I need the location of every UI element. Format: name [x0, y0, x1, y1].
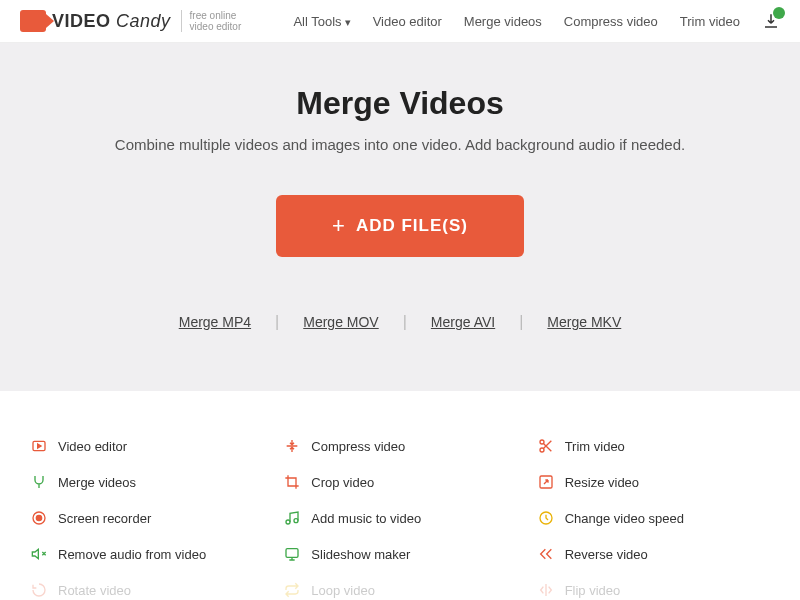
- nav-compress-video[interactable]: Compress video: [564, 14, 658, 29]
- music-icon: [283, 509, 301, 527]
- merge-format-links: Merge MP4| Merge MOV| Merge AVI| Merge M…: [20, 313, 780, 331]
- nav-trim-video[interactable]: Trim video: [680, 14, 740, 29]
- mute-icon: [30, 545, 48, 563]
- add-files-button[interactable]: +ADD FILE(S): [276, 195, 524, 257]
- logo-text: VIDEO Candy: [52, 11, 171, 32]
- tool-slideshow[interactable]: Slideshow maker: [283, 539, 516, 569]
- reverse-icon: [537, 545, 555, 563]
- nav-video-editor[interactable]: Video editor: [373, 14, 442, 29]
- tool-compress-video[interactable]: Compress video: [283, 431, 516, 461]
- svg-point-7: [294, 519, 298, 523]
- tool-resize-video[interactable]: Resize video: [537, 467, 770, 497]
- plus-icon: +: [332, 213, 346, 239]
- merge-avi-link[interactable]: Merge AVI: [431, 314, 495, 330]
- nav: All Tools Video editor Merge videos Comp…: [293, 12, 780, 30]
- nav-merge-videos[interactable]: Merge videos: [464, 14, 542, 29]
- download-icon[interactable]: [762, 12, 780, 30]
- scissors-icon: [537, 437, 555, 455]
- merge-icon: [30, 473, 48, 491]
- crop-icon: [283, 473, 301, 491]
- camera-icon: [20, 10, 46, 32]
- speed-icon: [537, 509, 555, 527]
- logo[interactable]: VIDEO Candy free onlinevideo editor: [20, 10, 241, 32]
- play-icon: [30, 437, 48, 455]
- svg-point-2: [540, 448, 544, 452]
- tool-flip-video[interactable]: Flip video: [537, 575, 770, 600]
- tool-merge-videos[interactable]: Merge videos: [30, 467, 263, 497]
- hero: Merge Videos Combine multiple videos and…: [0, 43, 800, 391]
- logo-tagline: free onlinevideo editor: [181, 10, 242, 32]
- tool-reverse-video[interactable]: Reverse video: [537, 539, 770, 569]
- tool-loop-video[interactable]: Loop video: [283, 575, 516, 600]
- tool-add-music[interactable]: Add music to video: [283, 503, 516, 533]
- tool-remove-audio[interactable]: Remove audio from video: [30, 539, 263, 569]
- tool-trim-video[interactable]: Trim video: [537, 431, 770, 461]
- compress-icon: [283, 437, 301, 455]
- nav-all-tools[interactable]: All Tools: [293, 14, 350, 29]
- tool-rotate-video[interactable]: Rotate video: [30, 575, 263, 600]
- svg-point-5: [36, 515, 41, 520]
- resize-icon: [537, 473, 555, 491]
- loop-icon: [283, 581, 301, 599]
- tool-screen-recorder[interactable]: Screen recorder: [30, 503, 263, 533]
- flip-icon: [537, 581, 555, 599]
- merge-mov-link[interactable]: Merge MOV: [303, 314, 378, 330]
- rotate-icon: [30, 581, 48, 599]
- header: VIDEO Candy free onlinevideo editor All …: [0, 0, 800, 43]
- tool-change-speed[interactable]: Change video speed: [537, 503, 770, 533]
- slideshow-icon: [283, 545, 301, 563]
- record-icon: [30, 509, 48, 527]
- tool-video-editor[interactable]: Video editor: [30, 431, 263, 461]
- download-badge: [773, 7, 785, 19]
- tool-crop-video[interactable]: Crop video: [283, 467, 516, 497]
- page-title: Merge Videos: [20, 85, 780, 122]
- merge-mkv-link[interactable]: Merge MKV: [547, 314, 621, 330]
- svg-point-6: [286, 520, 290, 524]
- merge-mp4-link[interactable]: Merge MP4: [179, 314, 251, 330]
- svg-rect-9: [286, 549, 298, 558]
- page-subtitle: Combine multiple videos and images into …: [20, 136, 780, 153]
- tools-grid: Video editor Compress video Trim video M…: [0, 391, 800, 600]
- svg-point-1: [540, 440, 544, 444]
